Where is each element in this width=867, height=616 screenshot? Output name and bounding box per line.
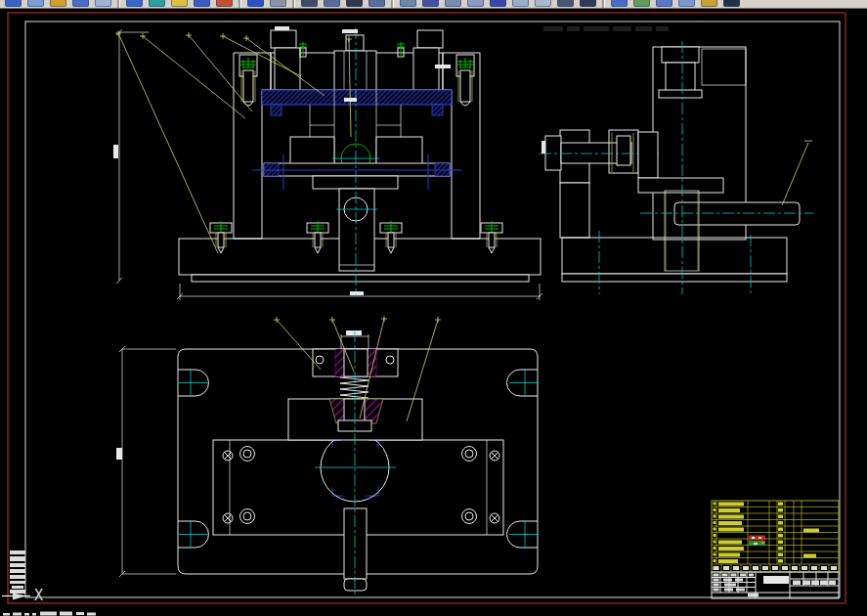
toolbar-icon-30[interactable] [701,0,717,7]
toolbar-icon-12[interactable] [270,0,286,7]
toolbar-icon-2[interactable] [27,0,44,7]
bom-header-glyphs [714,566,838,570]
toolbar-icon-19[interactable] [445,0,461,7]
toolbar-separator [117,0,120,8]
dimension-text-blob [113,145,118,158]
bom-table [712,501,839,572]
toolbar-icon-4[interactable] [72,0,89,7]
toolbar-icon-20[interactable] [467,0,484,7]
toolbar-icon-strip [0,0,867,8]
toolbar-icon-24[interactable] [557,0,574,7]
toolbar-icon-11[interactable] [247,0,264,7]
toolbar-icon-14[interactable] [324,0,340,7]
toolbar-icon-1[interactable] [5,0,22,7]
toolbar-icon-10[interactable] [216,0,233,7]
toolbar-icon-29[interactable] [678,0,695,7]
toolbar-icon-27[interactable] [633,0,650,7]
title-block [712,572,839,598]
toolbar-icon-23[interactable] [535,0,551,7]
toolbar-icon-18[interactable] [422,0,439,7]
toolbar-icon-8[interactable] [171,0,188,7]
front-section-view [113,26,542,300]
toolbar-icon-13[interactable] [301,0,318,7]
toolbar-icon-5[interactable] [95,0,111,7]
toolbar-icon-21[interactable] [490,0,506,7]
stamp-blob [749,536,765,547]
binding-strip-table [10,550,25,594]
toolbar-icon-15[interactable] [346,0,363,7]
toolbar-icon-17[interactable] [400,0,416,7]
command-line-sliver[interactable] [3,612,96,616]
toolbar-icon-9[interactable] [194,0,210,7]
faint-text-row [543,26,669,31]
cad-application-window: X [0,0,867,616]
toolbar-icon-25[interactable] [580,0,596,7]
toolbar-icon-6[interactable] [126,0,143,7]
toolbar-icon-7[interactable] [149,0,165,7]
toolbar-separator [238,0,241,8]
toolbar-separator [602,0,605,8]
ucs-x-axis-label: X [34,587,43,604]
plan-view [116,316,539,596]
drawing-canvas[interactable]: X [0,8,867,616]
toolbar-icon-16[interactable] [368,0,385,7]
toolbar-separator [292,0,295,8]
toolbar-icon-26[interactable] [611,0,628,7]
toolbar-icon-22[interactable] [512,0,529,7]
toolbar-icon-28[interactable] [656,0,672,7]
toolbar-separator [391,0,394,8]
side-section-view [540,26,813,294]
toolbar-icon-31[interactable] [723,0,740,7]
toolbar-icon-3[interactable] [50,0,66,7]
